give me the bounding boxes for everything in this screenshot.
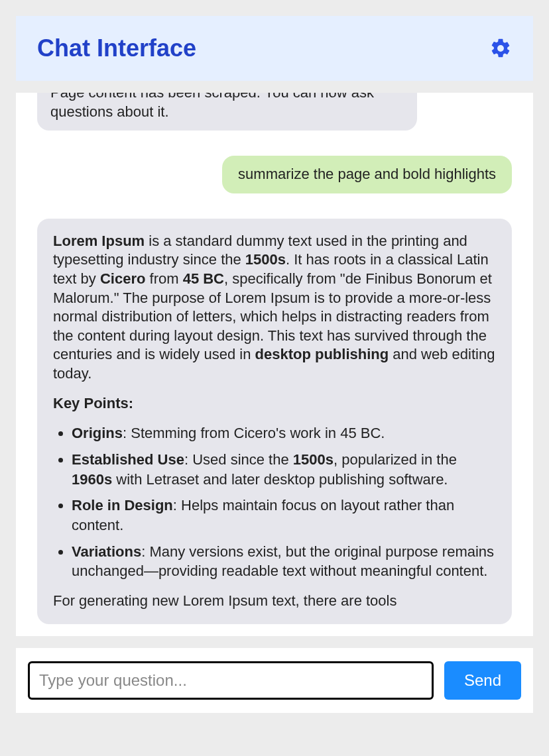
key-points-heading: Key Points: <box>53 394 496 413</box>
chat-messages[interactable]: Page content has been scraped. You can n… <box>16 93 533 636</box>
list-item: Established Use: Used since the 1500s, p… <box>72 450 496 489</box>
assistant-intro: Lorem Ipsum is a standard dummy text use… <box>53 232 496 384</box>
assistant-message: Lorem Ipsum is a standard dummy text use… <box>37 219 512 624</box>
list-item: Role in Design: Helps maintain focus on … <box>72 496 496 535</box>
header-title: Chat Interface <box>37 34 196 62</box>
gear-icon <box>489 37 512 60</box>
settings-button[interactable] <box>489 37 512 60</box>
send-button[interactable]: Send <box>444 661 521 700</box>
user-message: summarize the page and bold highlights <box>222 156 512 193</box>
list-item: Variations: Many versions exist, but the… <box>72 542 496 581</box>
input-row: Send <box>16 648 533 713</box>
key-points-list: Origins: Stemming from Cicero's work in … <box>53 423 496 581</box>
assistant-outro: For generating new Lorem Ipsum text, the… <box>53 592 496 611</box>
message-input[interactable] <box>28 661 434 700</box>
chat-header: Chat Interface <box>16 16 533 81</box>
list-item: Origins: Stemming from Cicero's work in … <box>72 423 496 443</box>
system-message: Page content has been scraped. You can n… <box>37 93 417 131</box>
